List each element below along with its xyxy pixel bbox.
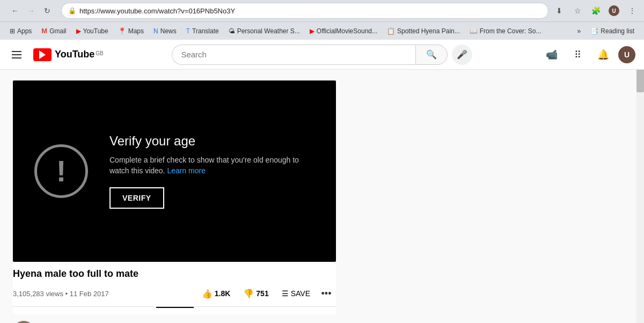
- profile-icon[interactable]: U: [606, 3, 621, 18]
- address-bar-icons: ⬇ ☆ 🧩 U ⋮: [552, 3, 640, 18]
- hamburger-line-3: [12, 57, 21, 58]
- bookmark-translate[interactable]: T Translate: [182, 26, 223, 36]
- cover-icon: 📖: [470, 27, 478, 35]
- browser-controls: ← → ↻: [4, 4, 58, 17]
- thumbs-down-icon: 👍: [243, 289, 254, 299]
- maps-icon: 📍: [118, 27, 126, 35]
- bookmark-gmail[interactable]: M Gmail: [37, 26, 70, 36]
- back-button[interactable]: ←: [9, 4, 21, 17]
- bookmarks-bar: ⊞ Apps M Gmail ▶ YouTube 📍 Maps N News T…: [0, 21, 644, 40]
- extensions-icon[interactable]: 🧩: [588, 3, 603, 18]
- scrollbar[interactable]: [636, 60, 644, 323]
- main-content: ! Verify your age Complete a brief check…: [0, 70, 644, 323]
- youtube-header: YouTube GB 🔍 🎤 📹 ⠿: [0, 40, 644, 70]
- movie-icon: ▶: [310, 27, 314, 35]
- mic-icon: 🎤: [457, 49, 467, 60]
- bookmark-cover[interactable]: 📖 From the Cover: So...: [465, 26, 546, 36]
- gmail-icon: M: [41, 27, 47, 35]
- user-avatar[interactable]: U: [618, 46, 635, 63]
- age-verify-title: Verify your age: [109, 134, 314, 149]
- hamburger-line-1: [12, 51, 21, 52]
- address-bar[interactable]: 🔒 https://www.youtube.com/watch?v=016PNb…: [61, 3, 548, 19]
- like-button[interactable]: 👍 1.8K: [195, 285, 237, 302]
- notifications-button[interactable]: 🔔: [592, 44, 614, 65]
- apps-icon: ⊞: [10, 27, 15, 35]
- like-count: 1.8K: [215, 289, 231, 298]
- like-underline: [156, 307, 194, 308]
- youtube-country-label: GB: [96, 50, 103, 56]
- video-meta-row: 3,105,283 views • 11 Feb 2017 👍 1.8K 👍 7…: [13, 284, 336, 303]
- save-button[interactable]: ☰ SAVE: [275, 286, 317, 301]
- bell-icon: 🔔: [597, 49, 609, 61]
- bookmark-movie-label: OfficialMovieSound...: [317, 27, 377, 35]
- bookmark-gmail-label: Gmail: [49, 27, 66, 35]
- search-button[interactable]: 🔍: [415, 45, 448, 65]
- header-right: 📹 ⠿ 🔔 U: [541, 44, 635, 65]
- save-label: SAVE: [291, 289, 310, 298]
- bookmark-movie[interactable]: ▶ OfficialMovieSound...: [305, 26, 382, 36]
- bookmark-weather[interactable]: 🌤 Personal Weather S...: [224, 26, 304, 36]
- bookmark-maps[interactable]: 📍 Maps: [114, 26, 148, 36]
- search-input[interactable]: [172, 45, 415, 65]
- grid-icon: ⠿: [574, 49, 581, 61]
- video-title: Hyena male too full to mate: [13, 268, 336, 280]
- video-actions: 👍 1.8K 👍 751 ☰ SAVE •••: [195, 284, 336, 303]
- refresh-button[interactable]: ↻: [41, 4, 54, 17]
- upload-button[interactable]: 📹: [541, 44, 562, 65]
- age-verify-text-block: Verify your age Complete a brief check t…: [109, 134, 314, 208]
- reading-list-label: Reading list: [601, 27, 634, 35]
- verify-button[interactable]: VERIFY: [109, 187, 164, 209]
- browser-chrome: ← → ↻ 🔒 https://www.youtube.com/watch?v=…: [0, 0, 644, 40]
- bookmark-news[interactable]: N News: [149, 26, 181, 36]
- hyena-icon: 📋: [387, 27, 395, 35]
- reading-list-icon: 📑: [590, 27, 598, 35]
- address-bar-row: ← → ↻ 🔒 https://www.youtube.com/watch?v=…: [0, 0, 644, 21]
- exclamation-icon: !: [56, 156, 67, 186]
- youtube-logo-text: YouTube: [55, 49, 94, 60]
- lock-icon: 🔒: [68, 7, 76, 14]
- weather-icon: 🌤: [229, 27, 235, 35]
- reading-list-button[interactable]: 📑 Reading list: [586, 26, 639, 36]
- learn-more-link[interactable]: Learn more: [167, 166, 206, 175]
- bookmark-more-button[interactable]: »: [573, 26, 586, 36]
- forward-button[interactable]: →: [25, 4, 38, 17]
- bookmark-weather-label: Personal Weather S...: [237, 27, 300, 35]
- bookmark-youtube-label: YouTube: [83, 27, 108, 35]
- voice-search-button[interactable]: 🎤: [452, 45, 472, 65]
- youtube-play-icon: [39, 50, 46, 59]
- bookmark-youtube[interactable]: ▶ YouTube: [72, 26, 113, 36]
- save-icon: ☰: [282, 289, 289, 298]
- channel-avatar[interactable]: H: [13, 321, 34, 323]
- dislike-button[interactable]: 👍 751: [237, 285, 275, 302]
- age-verify-description: Complete a brief check to show that you'…: [109, 155, 314, 176]
- news-icon: N: [153, 27, 158, 35]
- bookmark-star-icon[interactable]: ☆: [570, 3, 585, 18]
- thumbs-up-icon: 👍: [202, 289, 213, 299]
- video-info: Hyena male too full to mate 3,105,283 vi…: [13, 262, 336, 314]
- browser-menu-icon[interactable]: ⋮: [625, 3, 640, 18]
- more-icon: •••: [321, 288, 332, 299]
- bookmark-apps-label: Apps: [17, 27, 32, 35]
- hamburger-menu-button[interactable]: [9, 48, 25, 62]
- video-player[interactable]: ! Verify your age Complete a brief check…: [13, 80, 336, 262]
- more-options-button[interactable]: •••: [317, 284, 336, 303]
- bookmark-hyena[interactable]: 📋 Spotted Hyena Pain...: [383, 26, 464, 36]
- age-verify-icon: !: [34, 144, 88, 198]
- youtube-bm-icon: ▶: [76, 27, 81, 35]
- youtube-logo-icon: [33, 48, 52, 61]
- bookmark-translate-label: Translate: [192, 27, 219, 35]
- apps-grid-button[interactable]: ⠿: [567, 44, 588, 65]
- header-center: 🔍 🎤: [112, 45, 532, 65]
- bookmark-news-label: News: [160, 27, 177, 35]
- age-verify-overlay: ! Verify your age Complete a brief check…: [13, 112, 336, 230]
- channel-row: H Hyena Project SUBSCRIBED 🔔: [13, 314, 336, 323]
- youtube-logo[interactable]: YouTube GB: [33, 48, 104, 61]
- bookmark-maps-label: Maps: [128, 27, 144, 35]
- dislike-count: 751: [256, 289, 268, 298]
- search-icon: 🔍: [426, 49, 437, 60]
- youtube-app: YouTube GB 🔍 🎤 📹 ⠿: [0, 40, 644, 323]
- download-icon[interactable]: ⬇: [552, 3, 567, 18]
- action-divider-row: [13, 303, 336, 307]
- bookmark-cover-label: From the Cover: So...: [480, 27, 541, 35]
- bookmark-apps[interactable]: ⊞ Apps: [5, 26, 36, 36]
